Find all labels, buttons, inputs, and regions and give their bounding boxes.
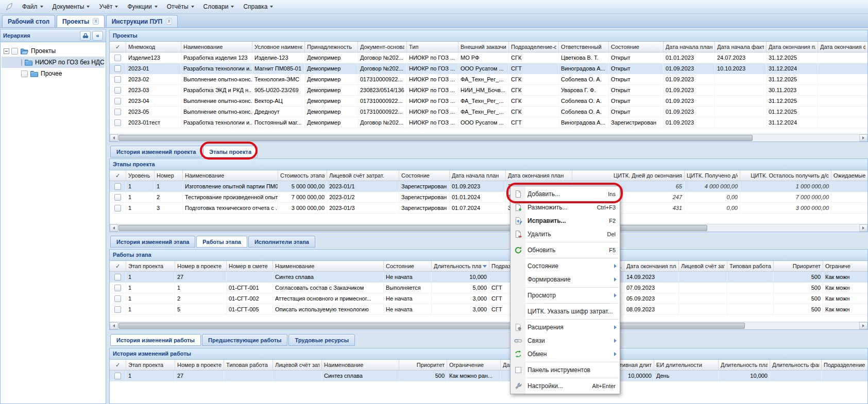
- table-row[interactable]: 127Синтез сплава500Как можно ран...10,00…: [110, 371, 867, 381]
- column-header[interactable]: Типовая работа: [224, 360, 273, 370]
- column-header[interactable]: Подразделение-ис: [822, 360, 867, 370]
- table-row[interactable]: 2023-01Разработка технологии и...Магнит …: [110, 63, 867, 74]
- menu-Файл[interactable]: Файл: [18, 1, 48, 12]
- table-row[interactable]: 1201-СГТ-002Аттестация основного и приме…: [110, 293, 867, 304]
- menu-Справка[interactable]: Справка: [239, 1, 278, 12]
- context-menu-item[interactable]: Расширения: [510, 321, 620, 334]
- tree-item[interactable]: Прочее: [2, 68, 105, 79]
- context-menu-item[interactable]: Просмотр: [510, 289, 620, 302]
- column-header[interactable]: Лицевой счёт затр: [679, 261, 727, 271]
- column-header[interactable]: ЦИТК. Осталось получить д/с: [740, 170, 831, 181]
- column-header[interactable]: Мнемокод: [126, 42, 181, 52]
- row-checkbox[interactable]: [114, 119, 121, 126]
- select-all-column-header[interactable]: ✓: [110, 360, 126, 370]
- column-header[interactable]: Длительность пла: [719, 360, 770, 370]
- menu-Учёт[interactable]: Учёт: [94, 1, 123, 12]
- context-menu-item[interactable]: Размножить...Ctrl+F3: [510, 201, 620, 214]
- column-header[interactable]: Наименование: [322, 360, 399, 370]
- row-checkbox[interactable]: [114, 295, 121, 302]
- tab[interactable]: Работы этапа: [196, 236, 247, 248]
- table-row[interactable]: 2023-05Выполнение опытно-конс...Дредноут…: [110, 107, 867, 117]
- context-menu-item[interactable]: Обмен: [510, 347, 620, 361]
- window-tab[interactable]: Рабочий стол: [2, 15, 55, 27]
- column-header[interactable]: Длительность план: [432, 261, 489, 271]
- column-header[interactable]: Ожидаемые: [831, 170, 867, 181]
- scroll-left-button[interactable]: [110, 134, 118, 142]
- row-checkbox[interactable]: [114, 306, 121, 313]
- row-checkbox[interactable]: [114, 55, 121, 61]
- column-header[interactable]: Подразделение-от: [509, 42, 559, 52]
- window-tab[interactable]: Проектыx: [57, 15, 105, 27]
- column-header[interactable]: Дата окончания план: [624, 261, 679, 271]
- column-header[interactable]: Лицевой счёт затр: [273, 360, 322, 370]
- close-icon[interactable]: x: [93, 18, 99, 25]
- column-header[interactable]: Состояние: [609, 42, 663, 52]
- tab[interactable]: История изменений этапа: [110, 236, 195, 248]
- select-all-column-header[interactable]: ✓: [110, 261, 126, 271]
- row-checkbox[interactable]: [114, 98, 121, 104]
- scroll-right-button[interactable]: [859, 134, 867, 142]
- column-header[interactable]: Номер в проекте: [175, 261, 227, 271]
- tab[interactable]: Трудовые ресурсы: [288, 334, 355, 346]
- tab[interactable]: Исполнители этапа: [248, 236, 315, 248]
- tree-checkbox[interactable]: [21, 71, 28, 77]
- scroll-right-button[interactable]: [859, 322, 867, 329]
- column-header[interactable]: Номер в проекте: [175, 360, 224, 370]
- column-header[interactable]: Документ-основан: [358, 42, 407, 52]
- column-header[interactable]: ЦИТК. Дней до окончания: [572, 170, 685, 181]
- context-menu-item[interactable]: ЦИТК. Указать шифр затрат...: [510, 305, 620, 318]
- select-all-column-header[interactable]: ✓: [110, 170, 126, 181]
- row-checkbox[interactable]: [114, 183, 121, 190]
- window-tab[interactable]: Инструкции ПУПx: [106, 15, 178, 27]
- horizontal-scrollbar[interactable]: [110, 224, 867, 232]
- column-header[interactable]: Этап проекта: [126, 360, 175, 370]
- table-row[interactable]: 1101-СГТ-001Согласовать состав с Заказчи…: [110, 283, 867, 293]
- collapse-button[interactable]: «: [92, 31, 103, 41]
- row-checkbox[interactable]: [114, 65, 121, 72]
- column-header[interactable]: ЕИ длительности: [654, 360, 719, 370]
- column-header[interactable]: Дата начала план: [450, 170, 506, 181]
- horizontal-scrollbar[interactable]: [110, 322, 867, 329]
- column-header[interactable]: Наименование: [273, 261, 384, 271]
- context-menu-item[interactable]: Состояние: [510, 259, 620, 273]
- table-row[interactable]: 2023-03Разработка ЭКД и РКД н...905-U020…: [110, 85, 867, 96]
- tree-checkbox[interactable]: [11, 48, 18, 55]
- menu-Функции[interactable]: Функции: [123, 1, 162, 12]
- column-header[interactable]: Длительность фак: [770, 360, 822, 370]
- column-header[interactable]: Этап проекта: [126, 261, 175, 271]
- column-header[interactable]: Дата окончания план: [506, 170, 572, 181]
- tree-item[interactable]: Проекты: [2, 45, 105, 57]
- context-menu-item[interactable]: Добавить...Ins: [510, 187, 620, 201]
- column-header[interactable]: ЦИТК. Получено д/с: [685, 170, 740, 181]
- context-menu-item[interactable]: Панель инструментов: [510, 363, 620, 377]
- column-header[interactable]: Типовая работа: [727, 261, 774, 271]
- row-checkbox[interactable]: [114, 76, 121, 83]
- tab[interactable]: История изменений работы: [110, 334, 201, 346]
- table-row[interactable]: 1501-СГТ-005Описать используемую техноло…: [110, 304, 867, 315]
- table-row[interactable]: Изделие123Разработка изделия 123Изделие-…: [110, 52, 867, 63]
- column-header[interactable]: Номер: [155, 170, 183, 181]
- scroll-left-button[interactable]: [110, 322, 118, 329]
- context-menu-item[interactable]: Связи: [510, 334, 620, 347]
- context-menu-item[interactable]: Формирование: [510, 273, 620, 286]
- binoculars-button[interactable]: [80, 31, 91, 41]
- column-header[interactable]: Ограниче: [823, 261, 867, 271]
- row-checkbox[interactable]: [114, 87, 121, 94]
- table-row[interactable]: 13Подготовка технического отчета с ...3 …: [110, 203, 867, 214]
- tab[interactable]: Этапы проекта: [203, 146, 258, 157]
- tab[interactable]: История изменений проекта: [110, 146, 202, 157]
- column-header[interactable]: Номер в смете: [227, 261, 273, 271]
- column-header[interactable]: Условное наименова: [252, 42, 305, 52]
- menu-Отчёты[interactable]: Отчёты: [162, 1, 199, 12]
- context-menu-item[interactable]: Исправить...F2: [510, 214, 620, 227]
- row-checkbox[interactable]: [114, 194, 121, 201]
- column-header[interactable]: Состояние: [399, 170, 450, 181]
- column-header[interactable]: Дата окончания ф: [818, 42, 867, 52]
- close-icon[interactable]: x: [166, 18, 172, 25]
- menu-Документы[interactable]: Документы: [48, 1, 95, 12]
- column-header[interactable]: Стоимость этапа: [278, 170, 327, 181]
- context-menu-item[interactable]: ОбновитьF5: [510, 243, 620, 257]
- row-checkbox[interactable]: [114, 285, 121, 291]
- tree-checkbox[interactable]: [21, 59, 22, 66]
- column-header[interactable]: Приоритет: [399, 360, 447, 370]
